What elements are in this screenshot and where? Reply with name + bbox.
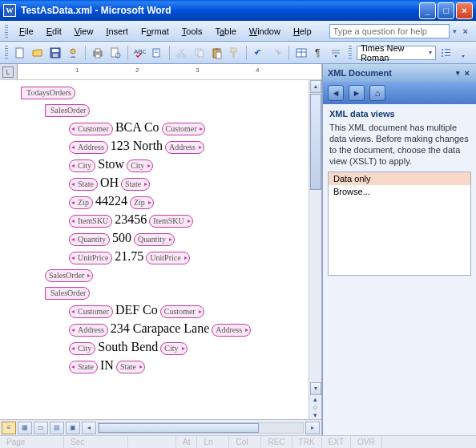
research-icon[interactable]: [149, 44, 165, 62]
menu-edit[interactable]: Edit: [40, 24, 68, 38]
xml-close-tag[interactable]: ItemSKU: [149, 215, 192, 228]
xml-open-tag[interactable]: SalesOrder: [45, 104, 90, 117]
xml-open-tag[interactable]: Address: [69, 324, 108, 337]
maximize-button[interactable]: □: [438, 2, 454, 19]
xml-value[interactable]: 234 Carapace Lane: [110, 321, 210, 335]
menu-tools[interactable]: Tools: [175, 24, 209, 38]
xml-open-tag[interactable]: UnitPrice: [69, 252, 112, 264]
status-ext[interactable]: EXT: [322, 436, 351, 448]
xml-close-tag[interactable]: SalesOrder: [45, 269, 93, 282]
hscroll-thumb[interactable]: [99, 423, 259, 433]
xml-open-tag[interactable]: TodaysOrders: [21, 87, 75, 99]
xml-close-tag[interactable]: Address: [165, 141, 204, 154]
paste-icon[interactable]: [209, 44, 225, 62]
xml-value[interactable]: 500: [111, 231, 132, 244]
xml-open-tag[interactable]: City: [69, 159, 95, 172]
menu-insert[interactable]: Insert: [99, 24, 135, 38]
xml-value[interactable]: OH: [99, 176, 119, 189]
vertical-scrollbar[interactable]: ▴ ▾ ▴ ○ ▾: [309, 80, 321, 419]
outline-view-button[interactable]: ▤: [50, 422, 64, 434]
xml-open-tag[interactable]: State: [69, 361, 98, 373]
tab-selector-icon[interactable]: L: [2, 67, 14, 78]
show-marks-icon[interactable]: ¶: [311, 44, 327, 62]
reading-view-button[interactable]: ▣: [66, 422, 80, 434]
xml-close-tag[interactable]: Address: [212, 324, 251, 337]
menu-file[interactable]: File: [13, 24, 40, 38]
xml-value[interactable]: 44224: [95, 194, 128, 208]
open-icon[interactable]: [30, 44, 46, 62]
browse-next-icon[interactable]: ▾: [312, 411, 320, 419]
nav-back-icon[interactable]: ◄: [328, 85, 344, 101]
xml-open-tag[interactable]: ItemSKU: [69, 215, 112, 228]
browse-object-icon[interactable]: ○: [312, 403, 320, 411]
browse-prev-icon[interactable]: ▴: [312, 395, 320, 403]
ruler[interactable]: L 1234: [0, 64, 321, 80]
xml-value[interactable]: DEF Co: [115, 303, 159, 317]
list-item[interactable]: Browse...: [329, 185, 470, 198]
permissions-icon[interactable]: [65, 44, 81, 62]
xml-value[interactable]: 21.75: [114, 249, 144, 263]
menu-help[interactable]: Help: [287, 24, 318, 38]
xml-open-tag[interactable]: SalesOrder: [45, 287, 90, 300]
xml-close-tag[interactable]: Customer: [162, 123, 206, 135]
xml-close-tag[interactable]: City: [160, 342, 187, 355]
xml-value[interactable]: IN: [99, 358, 115, 372]
print-view-button[interactable]: ▭: [34, 422, 48, 434]
table-icon[interactable]: [293, 44, 309, 62]
menu-window[interactable]: Window: [243, 24, 287, 38]
xml-close-tag[interactable]: Quantity: [134, 233, 175, 246]
toolbar-options-icon[interactable]: [329, 44, 345, 62]
xml-open-tag[interactable]: Zip: [69, 196, 93, 209]
hscroll-right-icon[interactable]: ▸: [305, 422, 320, 434]
xml-open-tag[interactable]: State: [69, 178, 98, 191]
print-icon[interactable]: [90, 44, 106, 62]
xml-open-tag[interactable]: Quantity: [69, 233, 110, 246]
status-trk[interactable]: TRK: [292, 436, 322, 448]
undo-icon[interactable]: [251, 44, 267, 62]
xml-close-tag[interactable]: Customer: [160, 305, 204, 318]
xml-value[interactable]: South Bend: [97, 340, 159, 353]
scroll-up-icon[interactable]: ▴: [310, 80, 321, 93]
redo-icon[interactable]: [268, 44, 284, 62]
xml-open-tag[interactable]: Customer: [69, 123, 113, 135]
menu-table[interactable]: Table: [208, 24, 242, 38]
close-button[interactable]: ×: [456, 2, 473, 19]
xml-value[interactable]: Stow: [97, 157, 125, 171]
nav-forward-icon[interactable]: ►: [349, 85, 365, 101]
menu-format[interactable]: Format: [135, 24, 175, 38]
toolbar-options-2-icon[interactable]: [455, 44, 471, 62]
cut-icon[interactable]: [174, 44, 190, 62]
status-rec[interactable]: REC: [261, 436, 292, 448]
xml-close-tag[interactable]: UnitPrice: [146, 252, 189, 264]
copy-icon[interactable]: [192, 44, 208, 62]
new-doc-icon[interactable]: [13, 44, 29, 62]
menu-view[interactable]: View: [68, 24, 100, 38]
xml-value[interactable]: 123 North: [110, 139, 163, 152]
spellcheck-icon[interactable]: ABC: [131, 44, 147, 62]
xml-open-tag[interactable]: City: [69, 342, 95, 355]
xml-close-tag[interactable]: Zip: [130, 196, 154, 209]
xslt-view-list[interactable]: Data only Browse...: [328, 172, 471, 276]
scroll-thumb[interactable]: [310, 94, 321, 190]
xml-close-tag[interactable]: City: [127, 159, 153, 172]
web-view-button[interactable]: ▦: [18, 422, 32, 434]
menu-grip[interactable]: [5, 25, 8, 38]
horizontal-scrollbar[interactable]: [98, 422, 304, 434]
list-item[interactable]: Data only: [329, 172, 470, 185]
xml-value[interactable]: 23456: [114, 212, 147, 226]
toolbar-grip-2[interactable]: [349, 46, 352, 60]
save-icon[interactable]: [47, 44, 63, 62]
help-dropdown-icon[interactable]: ▾: [450, 27, 460, 35]
menubar-close-icon[interactable]: ×: [460, 26, 471, 36]
scroll-down-icon[interactable]: ▾: [310, 382, 321, 395]
font-selector[interactable]: Times New Roman▾: [357, 46, 436, 60]
normal-view-button[interactable]: ≡: [2, 422, 16, 434]
xml-open-tag[interactable]: Customer: [69, 305, 113, 318]
task-pane-close-icon[interactable]: ×: [463, 68, 471, 78]
xml-close-tag[interactable]: State: [121, 178, 150, 191]
xml-value[interactable]: BCA Co: [115, 120, 160, 134]
nav-home-icon[interactable]: ⌂: [369, 85, 385, 101]
minimize-button[interactable]: _: [419, 2, 436, 19]
format-painter-icon[interactable]: [227, 44, 243, 62]
task-pane-dropdown-icon[interactable]: ▾: [453, 69, 463, 77]
